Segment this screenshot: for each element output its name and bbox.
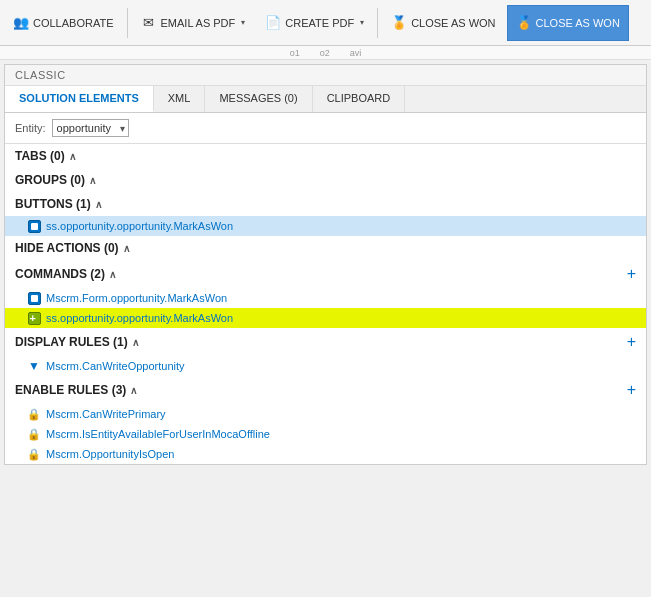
section-enable-rules[interactable]: ENABLE RULES (3) ∧ + (5, 376, 646, 404)
create-pdf-arrow: ▾ (360, 18, 364, 27)
ribbon-label-avi: avi (350, 48, 362, 58)
lock-icon-1: 🔒 (27, 407, 41, 421)
section-display-rules-title: DISPLAY RULES (1) (15, 335, 128, 349)
toolbar-divider-2 (377, 8, 378, 38)
command-icon-shape-2 (28, 292, 41, 305)
email-as-pdf-button[interactable]: ✉ EMAIL AS PDF ▾ (132, 5, 255, 41)
section-buttons-title: BUTTONS (1) (15, 197, 91, 211)
main-content: CLASSIC SOLUTION ELEMENTS XML MESSAGES (… (4, 64, 647, 465)
close-won-1-icon: 🏅 (391, 15, 407, 31)
tab-solution-elements[interactable]: SOLUTION ELEMENTS (5, 86, 154, 112)
enable-rule-entity-available[interactable]: 🔒 Mscrm.IsEntityAvailableForUserInMocaOf… (5, 424, 646, 444)
command-icon-shape (28, 220, 41, 233)
command-form-markAswon[interactable]: Mscrm.Form.opportunity.MarkAsWon (5, 288, 646, 308)
section-enable-rules-chevron: ∧ (130, 385, 137, 396)
command-form-icon (27, 291, 41, 305)
toolbar-divider-1 (127, 8, 128, 38)
section-groups-title: GROUPS (0) (15, 173, 85, 187)
entity-label: Entity: (15, 122, 46, 134)
command-ss-markAswon[interactable]: ss.opportunity.opportunity.MarkAsWon (5, 308, 646, 328)
section-commands[interactable]: COMMANDS (2) ∧ + (5, 260, 646, 288)
command-ss-markAswon-text: ss.opportunity.opportunity.MarkAsWon (46, 312, 233, 324)
email-pdf-label: EMAIL AS PDF (161, 17, 236, 29)
section-groups-chevron: ∧ (89, 175, 96, 186)
section-commands-title: COMMANDS (2) (15, 267, 105, 281)
display-rule-canwrite-text: Mscrm.CanWriteOpportunity (46, 360, 185, 372)
section-hide-actions-chevron: ∧ (123, 243, 130, 254)
solution-elements-content: TABS (0) ∧ GROUPS (0) ∧ BUTTONS (1) ∧ ss… (5, 144, 646, 464)
button-markAswon[interactable]: ss.opportunity.opportunity.MarkAsWon (5, 216, 646, 236)
close-won-2-label: CLOSE AS WON (536, 17, 620, 29)
section-buttons[interactable]: BUTTONS (1) ∧ (5, 192, 646, 216)
enable-rule-entity-available-text: Mscrm.IsEntityAvailableForUserInMocaOffl… (46, 428, 270, 440)
command-form-markAswon-text: Mscrm.Form.opportunity.MarkAsWon (46, 292, 227, 304)
close-as-won-1-button[interactable]: 🏅 CLOSE AS WON (382, 5, 504, 41)
section-display-rules-chevron: ∧ (132, 337, 139, 348)
classic-label: CLASSIC (5, 65, 646, 86)
section-tabs-chevron: ∧ (69, 151, 76, 162)
email-pdf-icon: ✉ (141, 15, 157, 31)
section-buttons-chevron: ∧ (95, 199, 102, 210)
entity-row: Entity: opportunity (5, 113, 646, 144)
lock-icon-2: 🔒 (27, 427, 41, 441)
tab-messages[interactable]: MESSAGES (0) (205, 86, 312, 112)
ribbon-label-o1: o1 (290, 48, 300, 58)
display-rules-plus-button[interactable]: + (627, 333, 636, 351)
button-markAswon-text: ss.opportunity.opportunity.MarkAsWon (46, 220, 233, 232)
tab-clipboard[interactable]: CLIPBOARD (313, 86, 406, 112)
filter-icon: ▼ (27, 359, 41, 373)
toolbar: 👥 COLLABORATE ✉ EMAIL AS PDF ▾ 📄 CREATE … (0, 0, 651, 46)
create-pdf-button[interactable]: 📄 CREATE PDF ▾ (256, 5, 373, 41)
display-rule-canwrite[interactable]: ▼ Mscrm.CanWriteOpportunity (5, 356, 646, 376)
entity-select-wrap: opportunity (52, 119, 129, 137)
section-display-rules[interactable]: DISPLAY RULES (1) ∧ + (5, 328, 646, 356)
create-pdf-label: CREATE PDF (285, 17, 354, 29)
collaborate-button[interactable]: 👥 COLLABORATE (4, 5, 123, 41)
section-groups[interactable]: GROUPS (0) ∧ (5, 168, 646, 192)
enable-rule-canwrite-primary[interactable]: 🔒 Mscrm.CanWritePrimary (5, 404, 646, 424)
collaborate-icon: 👥 (13, 15, 29, 31)
command-ss-icon (27, 311, 41, 325)
ribbon-grid: o1 o2 avi (0, 46, 651, 60)
command-add-icon-shape (28, 312, 41, 325)
tab-xml[interactable]: XML (154, 86, 206, 112)
collaborate-label: COLLABORATE (33, 17, 114, 29)
section-tabs-title: TABS (0) (15, 149, 65, 163)
ribbon-label-o2: o2 (320, 48, 330, 58)
close-won-2-icon: 🏅 (516, 15, 532, 31)
create-pdf-icon: 📄 (265, 15, 281, 31)
lock-icon-3: 🔒 (27, 447, 41, 461)
section-hide-actions-title: HIDE ACTIONS (0) (15, 241, 119, 255)
tabs-row: SOLUTION ELEMENTS XML MESSAGES (0) CLIPB… (5, 86, 646, 113)
enable-rule-canwrite-primary-text: Mscrm.CanWritePrimary (46, 408, 166, 420)
entity-select[interactable]: opportunity (52, 119, 129, 137)
section-enable-rules-title: ENABLE RULES (3) (15, 383, 126, 397)
commands-plus-button[interactable]: + (627, 265, 636, 283)
button-markAswon-icon (27, 219, 41, 233)
section-commands-chevron: ∧ (109, 269, 116, 280)
enable-rule-opportunity-open-text: Mscrm.OpportunityIsOpen (46, 448, 174, 460)
enable-rule-opportunity-open[interactable]: 🔒 Mscrm.OpportunityIsOpen (5, 444, 646, 464)
email-pdf-arrow: ▾ (241, 18, 245, 27)
close-won-1-label: CLOSE AS WON (411, 17, 495, 29)
section-hide-actions[interactable]: HIDE ACTIONS (0) ∧ (5, 236, 646, 260)
close-as-won-2-button[interactable]: 🏅 CLOSE AS WON (507, 5, 629, 41)
enable-rules-plus-button[interactable]: + (627, 381, 636, 399)
section-tabs[interactable]: TABS (0) ∧ (5, 144, 646, 168)
